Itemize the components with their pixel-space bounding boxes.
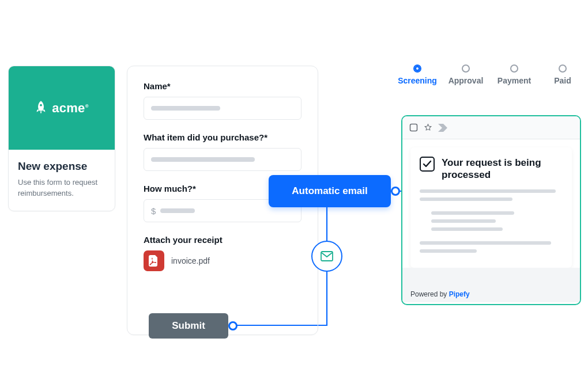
name-label: Name* xyxy=(144,81,301,91)
step-approval[interactable]: Approval xyxy=(442,64,490,85)
intro-card: acme® New expense Use this form to reque… xyxy=(8,66,115,211)
item-label: What item did you purchase?* xyxy=(144,132,301,142)
intro-title: New expense xyxy=(18,160,105,173)
rocket-icon xyxy=(35,100,47,116)
powered-by: Powered by Pipefy xyxy=(410,290,470,298)
connector-node xyxy=(228,321,238,330)
email-preview-header xyxy=(402,116,580,139)
check-icon xyxy=(420,157,435,172)
receipt-attachment[interactable]: invoice.pdf xyxy=(144,250,301,271)
brand-name: acme® xyxy=(52,101,89,116)
email-message-text: Your request is being processed xyxy=(442,157,563,181)
email-preview-card: Your request is being processed Powered … xyxy=(401,115,581,305)
intro-description: Use this form to request reimbursements. xyxy=(18,177,105,199)
star-icon xyxy=(424,123,432,132)
attachment-name: invoice.pdf xyxy=(171,256,210,265)
automatic-email-pill: Automatic email xyxy=(269,175,391,207)
receipt-label: Attach your receipt xyxy=(144,235,301,245)
brand-strip: acme® xyxy=(9,66,115,150)
step-payment[interactable]: Payment xyxy=(490,64,538,85)
submit-button[interactable]: Submit xyxy=(149,313,228,339)
square-icon xyxy=(409,123,418,132)
svg-rect-2 xyxy=(410,124,417,131)
chevron-right-icon xyxy=(438,124,447,132)
currency-symbol: $ xyxy=(151,206,156,216)
process-stepper: Screening Approval Payment Paid xyxy=(393,64,587,85)
item-input[interactable] xyxy=(144,148,301,171)
step-screening[interactable]: Screening xyxy=(393,64,442,85)
pdf-icon xyxy=(144,250,164,271)
name-input[interactable] xyxy=(144,97,301,120)
email-message-card: Your request is being processed xyxy=(410,147,572,268)
step-paid[interactable]: Paid xyxy=(538,64,587,85)
svg-point-0 xyxy=(40,104,42,106)
email-node-icon xyxy=(311,241,342,272)
connector-node xyxy=(391,187,400,196)
